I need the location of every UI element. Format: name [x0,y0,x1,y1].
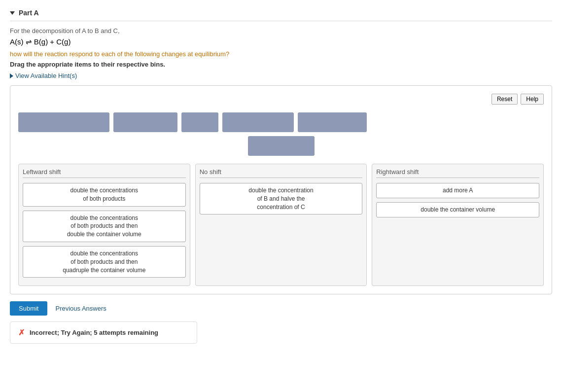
submit-button[interactable]: Submit [10,301,47,316]
bin-noshift[interactable]: No shift double the concentrationof B an… [195,164,367,286]
hint-link[interactable]: View Available Hint(s) [10,72,552,79]
drag-item-double-conc-quad-vol[interactable]: double the concentrationsof both product… [23,246,186,278]
part-header: Part A [10,5,552,21]
placeholder-row-1 [18,112,544,132]
drag-item-double-conc[interactable]: double the concentrationsof both product… [23,183,186,207]
bin-noshift-title: No shift [200,168,363,178]
placeholder-row-2 [18,136,544,156]
reset-button[interactable]: Reset [492,94,518,105]
submit-row: Submit Previous Answers [10,301,552,316]
result-box: ✗ Incorrect; Try Again; 5 attempts remai… [10,321,197,344]
question-intro: For the decomposition of A to B and C, [10,27,552,35]
bin-rightward[interactable]: Rightward shift add more A double the co… [372,164,544,286]
equation: A(s) ⇌ B(g) + C(g) [10,37,552,46]
hint-link-label: View Available Hint(s) [15,72,77,79]
drag-item-double-conc-double-vol[interactable]: double the concentrationsof both product… [23,211,186,242]
help-button[interactable]: Help [521,94,544,105]
drag-item-add-more-a[interactable]: add more A [376,183,539,198]
drag-instruction: Drag the appropriate items to their resp… [10,61,552,68]
bin-leftward-title: Leftward shift [23,168,186,178]
chevron-down-icon [10,11,15,15]
part-label: Part A [19,9,39,17]
placeholder-box-4 [222,112,294,132]
placeholder-box-3 [181,112,218,132]
toolbar: Reset Help [18,94,544,105]
drag-item-double-b-halve-c[interactable]: double the concentrationof B and halve t… [200,183,363,214]
previous-answers-link[interactable]: Previous Answers [55,305,106,312]
question-prompt: how will the reaction respond to each of… [10,50,552,58]
placeholder-box-2 [113,112,177,132]
result-text: Incorrect; Try Again; 5 attempts remaini… [30,329,158,336]
incorrect-icon: ✗ [18,328,25,337]
placeholder-box-5 [298,112,367,132]
drag-item-double-container[interactable]: double the container volume [376,202,539,217]
bins-container: Leftward shift double the concentrations… [18,164,544,286]
bin-rightward-title: Rightward shift [376,168,539,178]
drag-area: Reset Help Leftward shift double the con… [10,85,552,294]
placeholder-box-1 [18,112,109,132]
chevron-right-icon [10,73,13,78]
bin-leftward[interactable]: Leftward shift double the concentrations… [18,164,190,286]
placeholder-box-6 [248,136,315,156]
